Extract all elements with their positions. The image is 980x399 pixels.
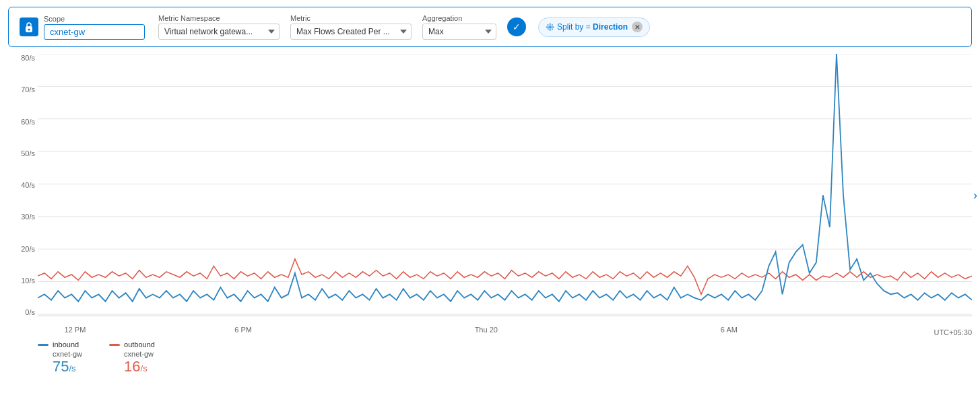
legend-value-outbound: 16/s bbox=[124, 359, 155, 374]
legend-sub-outbound: cxnet-gw bbox=[124, 350, 155, 358]
metric-select[interactable]: Max Flows Created Per ... bbox=[290, 24, 412, 40]
y-label-50: 50/s bbox=[21, 149, 35, 157]
y-label-80: 80/s bbox=[21, 54, 35, 62]
x-label-thu20: Thu 20 bbox=[475, 326, 498, 334]
svg-point-1 bbox=[28, 29, 30, 31]
aggregation-label: Aggregation bbox=[422, 14, 496, 22]
legend-title-inbound: inbound bbox=[53, 340, 79, 349]
scope-label: Scope bbox=[44, 15, 145, 23]
aggregation-group: Aggregation Max Min Avg Sum Count bbox=[422, 14, 496, 40]
y-label-60: 60/s bbox=[21, 118, 35, 126]
y-label-20: 20/s bbox=[21, 245, 35, 253]
y-axis: 80/s 70/s 60/s 50/s 40/s 30/s 20/s 10/s … bbox=[8, 54, 38, 316]
legend: inbound cxnet-gw 75/s outbound cxnet-gw … bbox=[0, 336, 980, 374]
legend-item-inbound: inbound cxnet-gw 75/s bbox=[38, 340, 82, 374]
legend-line-inbound bbox=[38, 344, 48, 346]
scope-input[interactable] bbox=[44, 24, 145, 40]
confirm-button[interactable]: ✓ bbox=[507, 17, 526, 36]
y-label-10: 10/s bbox=[21, 277, 35, 285]
query-bar: Scope Metric Namespace Virtual network g… bbox=[8, 7, 972, 47]
legend-sub-inbound: cxnet-gw bbox=[53, 350, 82, 358]
split-dots-icon: ⁜ bbox=[546, 21, 553, 34]
chart-next-arrow[interactable]: › bbox=[973, 188, 977, 203]
split-by-label: Split by = Direction bbox=[557, 22, 628, 32]
aggregation-select[interactable]: Max Min Avg Sum Count bbox=[422, 24, 496, 40]
split-by-close-button[interactable]: ✕ bbox=[632, 22, 643, 32]
x-axis: 12 PM 6 PM Thu 20 6 AM bbox=[38, 323, 972, 336]
metric-group: Metric Max Flows Created Per ... bbox=[290, 14, 412, 40]
x-label-12pm: 12 PM bbox=[65, 326, 86, 334]
x-label-6am: 6 AM bbox=[721, 326, 738, 334]
y-label-0: 0/s bbox=[25, 308, 35, 316]
chart-svg bbox=[38, 54, 972, 316]
utc-label: UTC+05:30 bbox=[934, 328, 972, 336]
legend-title-outbound: outbound bbox=[124, 340, 155, 349]
split-by-tag: ⁜ Split by = Direction ✕ bbox=[538, 17, 650, 37]
main-container: Scope Metric Namespace Virtual network g… bbox=[0, 0, 980, 399]
lock-icon bbox=[20, 17, 38, 36]
metric-namespace-label: Metric Namespace bbox=[158, 14, 280, 22]
metric-namespace-select[interactable]: Virtual network gatewa... bbox=[158, 24, 280, 40]
metric-namespace-group: Metric Namespace Virtual network gatewa.… bbox=[158, 14, 280, 40]
legend-value-inbound: 75/s bbox=[53, 359, 82, 374]
scope-group: Scope bbox=[44, 15, 145, 40]
chart-plot bbox=[38, 54, 972, 316]
legend-item-outbound: outbound cxnet-gw 16/s bbox=[109, 340, 155, 374]
y-label-40: 40/s bbox=[21, 181, 35, 189]
legend-line-outbound bbox=[109, 344, 120, 346]
y-label-30: 30/s bbox=[21, 213, 35, 221]
metric-label: Metric bbox=[290, 14, 412, 22]
y-label-70: 70/s bbox=[21, 85, 35, 94]
x-label-6pm: 6 PM bbox=[234, 326, 252, 334]
chart-area: 80/s 70/s 60/s 50/s 40/s 30/s 20/s 10/s … bbox=[8, 54, 972, 336]
